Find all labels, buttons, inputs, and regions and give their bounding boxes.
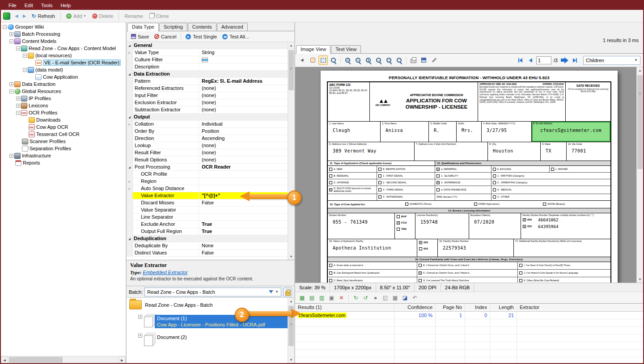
property-value[interactable]: (none) [199, 157, 288, 163]
cancel-button[interactable]: Cancel [152, 33, 178, 40]
property-row-collation[interactable]: ▷CollationIndividual [127, 121, 288, 128]
rotate-icon[interactable]: ↺ [361, 293, 370, 302]
sphere-icon[interactable]: ● [371, 293, 380, 302]
property-row-exclusion-extractor[interactable]: Exclusion Extractor(none) [127, 99, 288, 106]
tree-item-batch-processing[interactable]: +Batch Processing [1, 30, 126, 38]
last-page-icon[interactable] [570, 55, 580, 65]
property-row-lookup[interactable]: Lookup(none) [127, 142, 288, 149]
batch-document-1[interactable]: + Document (1) Cow App - Licensee - Posi… [138, 315, 293, 328]
property-row-region[interactable]: ▷Region [127, 178, 288, 185]
children-dropdown[interactable]: Children ▼ [583, 56, 640, 65]
batch-root-item[interactable]: Read Zone - Cow Apps - Batch [127, 298, 294, 310]
rename-button[interactable]: Rename [122, 12, 146, 20]
property-row-post-processing[interactable]: ◢Post ProcessingOCR Reader [127, 164, 288, 171]
batch-document-2[interactable]: + Document (2) [138, 334, 293, 346]
scroll-up-icon[interactable]: ▲ [288, 298, 294, 305]
scrollbar-track[interactable] [8, 356, 119, 364]
scrollbar-thumb[interactable] [288, 50, 294, 90]
collapse-icon[interactable]: ◢ [127, 114, 133, 120]
image-scrollbar[interactable]: ▲ ▼ [636, 67, 643, 283]
collapse-icon[interactable]: ◢ [127, 71, 133, 77]
tree-item-global-resources[interactable]: −Global Resources [1, 88, 126, 95]
expander-icon[interactable]: − [23, 54, 27, 58]
tree-item-read-zone-cow-apps-content-model[interactable]: −Read Zone - Cow Apps - Content Model [1, 45, 126, 52]
expander-icon[interactable]: − [9, 39, 13, 43]
results-column-confidence[interactable]: Confidence [394, 304, 436, 311]
property-value[interactable]: String [199, 49, 288, 56]
batch-tree-scrollbar[interactable]: ▲ ▼ [288, 298, 294, 363]
prev-page-icon[interactable] [526, 55, 535, 65]
clone-button[interactable]: Clone [147, 12, 172, 20]
expander-icon[interactable]: + [16, 97, 20, 101]
tab-text-view[interactable]: Text View [331, 45, 361, 53]
tree-item-cow-application[interactable]: Cow Application [1, 73, 126, 80]
undo-icon[interactable]: ↶ [411, 293, 419, 302]
tab-data-type[interactable]: Data Type [127, 23, 159, 31]
property-row-culture-filter[interactable]: Culture Filter [127, 56, 288, 63]
scrollbar-thumb[interactable] [9, 357, 63, 363]
scroll-down-icon[interactable]: ▼ [288, 356, 294, 363]
results-column-length[interactable]: Length [490, 304, 517, 311]
property-row-value-type[interactable]: ▷Value TypeString [127, 49, 288, 56]
scroll-down-icon[interactable]: ▼ [288, 253, 294, 260]
scroll-up-icon[interactable]: ▲ [288, 42, 294, 49]
property-row-exclude-anchor[interactable]: Exclude AnchorTrue [127, 221, 288, 228]
property-row-output-full-region[interactable]: Output Full RegionTrue [127, 228, 288, 235]
expand-icon[interactable]: ◢ [127, 164, 133, 170]
add-button[interactable]: Add▾ [64, 12, 89, 20]
collapse-icon[interactable]: ◢ [127, 235, 133, 242]
zoom-out-icon[interactable]: − [353, 55, 363, 65]
tree-item-local-resources[interactable]: −(local resources) [1, 52, 126, 59]
property-grid-scrollbar[interactable]: ▲ ▼ [288, 42, 294, 260]
image-viewer[interactable]: PERSONALLY IDENTIFIABLE INFORMATION - WI… [295, 67, 643, 283]
expander-icon[interactable]: + [138, 315, 142, 319]
property-value[interactable]: (none) [199, 106, 288, 113]
property-value[interactable]: OCR Reader [199, 164, 288, 170]
tree-item-data-extraction[interactable]: +Data Extraction [1, 80, 126, 88]
tree-item-scanner-profiles[interactable]: Scanner Profiles [1, 138, 126, 145]
tab-image-view[interactable]: Image View [296, 45, 330, 54]
export-icon[interactable] [419, 55, 428, 65]
tree-item-ve-e-mail-sender-ocr-reader[interactable]: 0123VE - E-mail Sender (OCR Reader) [1, 59, 126, 66]
zoom-dynamic-icon[interactable]: ∙ [394, 55, 404, 65]
property-value[interactable] [199, 207, 288, 213]
expand-icon[interactable]: ▷ [127, 49, 133, 56]
tree-item-grooper-wiki[interactable]: −Grooper Wiki [1, 23, 126, 30]
zone-add-icon[interactable]: ▦ [298, 293, 306, 302]
scroll-up-icon[interactable]: ▲ [637, 67, 643, 74]
expander-icon[interactable]: + [9, 154, 13, 158]
embedded-extractor-link[interactable]: Embedded Extractor [143, 270, 187, 275]
zoom-fit-width-icon[interactable]: ↔ [374, 55, 383, 65]
property-value[interactable]: True [199, 221, 288, 228]
expander-icon[interactable]: + [9, 32, 13, 36]
property-value[interactable]: RegEx: 5\. E-mail Address [199, 78, 288, 85]
property-row-distinct-values[interactable]: Distinct ValuesFalse [127, 250, 288, 257]
property-value[interactable] [199, 63, 288, 70]
print-icon[interactable] [409, 55, 418, 65]
property-row-pattern[interactable]: PatternRegEx: 5\. E-mail Address [127, 78, 288, 85]
results-column-results-1[interactable]: Results (1) [295, 304, 394, 311]
property-row-auto-snap-distance[interactable]: ▷Auto Snap Distance [127, 185, 288, 192]
property-section-data-extraction[interactable]: ◢Data Extraction [127, 71, 288, 78]
property-value[interactable]: (none) [199, 85, 288, 92]
collapse-icon[interactable]: ◢ [127, 42, 133, 49]
tree-item-lexicons[interactable]: +Lexicons [1, 102, 126, 109]
forward-icon[interactable]: ▶ [21, 13, 28, 19]
tree-item-infrastructure[interactable]: +Infrastructure [1, 152, 126, 159]
grid-icon[interactable]: ▦ [391, 293, 399, 302]
menu-tools[interactable]: Tools [37, 2, 57, 9]
property-row-result-options[interactable]: Result Options(none) [127, 157, 288, 164]
property-value[interactable]: (none) [199, 149, 288, 156]
property-value[interactable]: False [199, 250, 288, 256]
expander-icon[interactable]: − [23, 68, 27, 72]
save-button[interactable]: Save [129, 33, 151, 40]
zoom-actual-icon[interactable]: 1 [364, 55, 373, 65]
back-icon[interactable]: ◀ [13, 13, 20, 19]
property-value[interactable]: Ascending [199, 135, 288, 142]
menu-file[interactable]: File [4, 2, 21, 9]
scrollbar-thumb[interactable] [637, 75, 643, 169]
property-row-line-separator[interactable]: Line Separator [127, 214, 288, 221]
property-value[interactable] [199, 171, 288, 178]
results-column-extractor[interactable]: Extractor [517, 304, 643, 311]
tree-item-content-models[interactable]: −Content Models [1, 38, 126, 45]
